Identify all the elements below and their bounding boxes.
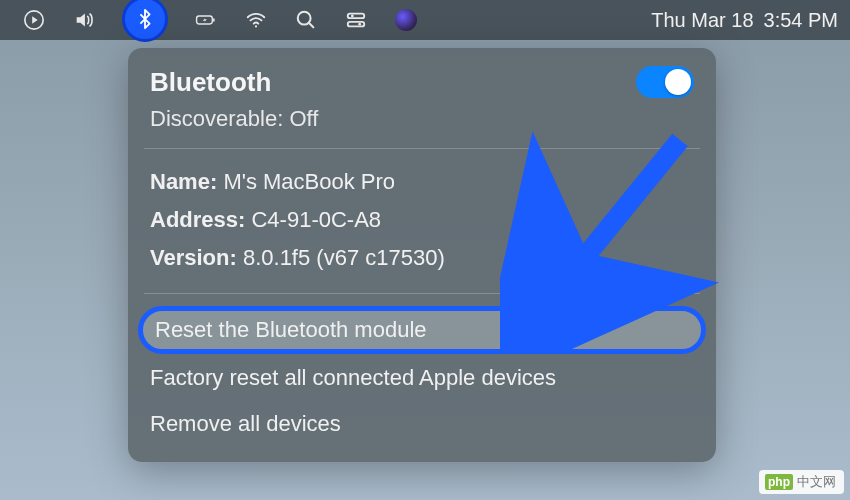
menu-item-label: Reset the Bluetooth module <box>155 317 427 342</box>
menubar: Thu Mar 18 3:54 PM <box>0 0 850 40</box>
watermark: php 中文网 <box>759 470 844 494</box>
svg-rect-7 <box>348 22 365 27</box>
remove-all-devices[interactable]: Remove all devices <box>138 402 706 446</box>
svg-point-3 <box>255 25 257 27</box>
svg-point-8 <box>358 23 361 26</box>
toggle-knob <box>665 69 691 95</box>
name-value: M's MacBook Pro <box>223 169 395 194</box>
menu-item-label: Remove all devices <box>150 411 341 436</box>
watermark-text: 中文网 <box>797 473 836 491</box>
name-label: Name: <box>150 169 217 194</box>
control-center-icon[interactable] <box>344 8 368 32</box>
now-playing-icon[interactable] <box>22 8 46 32</box>
factory-reset-apple-devices[interactable]: Factory reset all connected Apple device… <box>138 356 706 400</box>
volume-icon[interactable] <box>72 8 96 32</box>
annotation-arrow <box>500 130 720 350</box>
version-value: 8.0.1f5 (v67 c17530) <box>243 245 445 270</box>
svg-rect-2 <box>213 18 215 21</box>
version-label: Version: <box>150 245 237 270</box>
discoverable-label: Discoverable: <box>150 106 283 131</box>
dropdown-title: Bluetooth <box>150 67 271 98</box>
bluetooth-menubar-highlight[interactable] <box>122 0 168 42</box>
menubar-icons <box>22 0 418 42</box>
spotlight-icon[interactable] <box>294 8 318 32</box>
dropdown-header: Bluetooth <box>128 66 716 106</box>
svg-rect-5 <box>348 14 365 19</box>
wifi-icon[interactable] <box>244 8 268 32</box>
siri-icon[interactable] <box>394 8 418 32</box>
menu-item-label: Factory reset all connected Apple device… <box>150 365 556 390</box>
svg-line-9 <box>550 140 680 300</box>
bluetooth-toggle[interactable] <box>636 66 694 98</box>
watermark-logo: php <box>765 474 793 490</box>
battery-icon[interactable] <box>194 8 218 32</box>
date-text: Thu Mar 18 <box>651 9 753 32</box>
svg-point-6 <box>351 15 354 18</box>
address-label: Address: <box>150 207 245 232</box>
datetime[interactable]: Thu Mar 18 3:54 PM <box>651 9 838 32</box>
address-value: C4-91-0C-A8 <box>251 207 381 232</box>
bluetooth-icon <box>134 8 156 30</box>
discoverable-value: Off <box>289 106 318 131</box>
time-text: 3:54 PM <box>764 9 838 32</box>
